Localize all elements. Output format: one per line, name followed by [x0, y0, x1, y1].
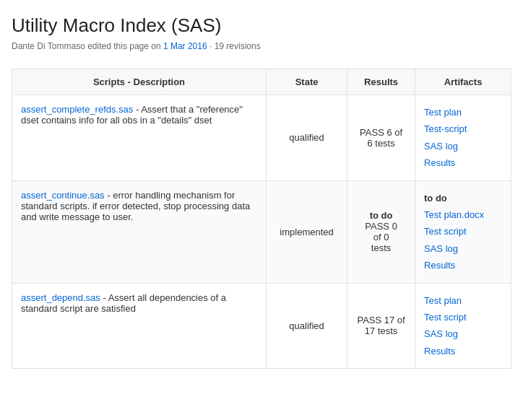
artifacts-cell-0: Test planTest-scriptSAS logResults	[415, 95, 511, 181]
artifact-item-0-0[interactable]: Test plan	[424, 107, 462, 118]
artifact-item-0-3[interactable]: Results	[424, 157, 455, 168]
artifact-item-2-0[interactable]: Test plan	[424, 295, 462, 306]
main-table: Scripts - Description State Results Arti…	[12, 69, 511, 369]
page-title: Utility Macro Index (SAS)	[12, 14, 511, 37]
col-header-state: State	[266, 69, 347, 95]
artifact-item-1-1[interactable]: Test plan.docx	[424, 209, 484, 220]
subtitle-author: Dante Di Tommaso	[12, 41, 85, 51]
script-link-0[interactable]: assert_complete_refds.sas	[21, 104, 133, 115]
col-header-artifacts: Artifacts	[415, 69, 511, 95]
scripts-cell-0: assert_complete_refds.sas - Assert that …	[12, 95, 267, 181]
results-cell-1: to doPASS 0 of 0 tests	[347, 180, 415, 283]
subtitle-revisions: ·	[209, 41, 215, 51]
artifact-item-1-0: to do	[424, 193, 447, 204]
artifacts-cell-2: Test planTest scriptSAS logResults	[415, 283, 511, 369]
subtitle-date-link[interactable]: 1 Mar 2016	[163, 41, 207, 51]
artifact-item-1-3[interactable]: SAS log	[424, 243, 458, 254]
state-cell-2: qualified	[266, 283, 347, 369]
scripts-cell-1: assert_continue.sas - error handling mec…	[12, 180, 267, 283]
script-link-1[interactable]: assert_continue.sas	[21, 190, 105, 201]
artifact-item-2-2[interactable]: SAS log	[424, 328, 458, 339]
table-header-row: Scripts - Description State Results Arti…	[12, 69, 511, 95]
table-row: assert_complete_refds.sas - Assert that …	[12, 95, 511, 181]
table-row: assert_continue.sas - error handling mec…	[12, 180, 511, 283]
col-header-scripts: Scripts - Description	[12, 69, 267, 95]
artifact-item-1-2[interactable]: Test script	[424, 226, 467, 237]
results-cell-2: PASS 17 of 17 tests	[347, 283, 415, 369]
scripts-cell-2: assert_depend.sas - Assert all dependenc…	[12, 283, 267, 369]
state-cell-0: qualified	[266, 95, 347, 181]
page-subtitle: Dante Di Tommaso edited this page on 1 M…	[12, 41, 511, 51]
results-text-0: PASS 6 of 6 tests	[360, 127, 402, 149]
artifacts-cell-1: to doTest plan.docxTest scriptSAS logRes…	[415, 180, 511, 283]
state-cell-1: implemented	[266, 180, 347, 283]
artifact-item-2-3[interactable]: Results	[424, 346, 455, 356]
results-text-1: PASS 0 of 0 tests	[365, 221, 397, 253]
table-row: assert_depend.sas - Assert all dependenc…	[12, 283, 511, 369]
results-cell-0: PASS 6 of 6 tests	[347, 95, 415, 181]
col-header-results: Results	[347, 69, 415, 95]
artifact-item-1-4[interactable]: Results	[424, 260, 455, 271]
artifact-item-2-1[interactable]: Test script	[424, 312, 467, 323]
script-link-2[interactable]: assert_depend.sas	[21, 292, 100, 303]
artifact-item-0-2[interactable]: SAS log	[424, 141, 458, 152]
results-todo-1: to do	[370, 210, 393, 221]
results-text-2: PASS 17 of 17 tests	[357, 315, 405, 336]
artifact-item-0-1[interactable]: Test-script	[424, 123, 467, 134]
